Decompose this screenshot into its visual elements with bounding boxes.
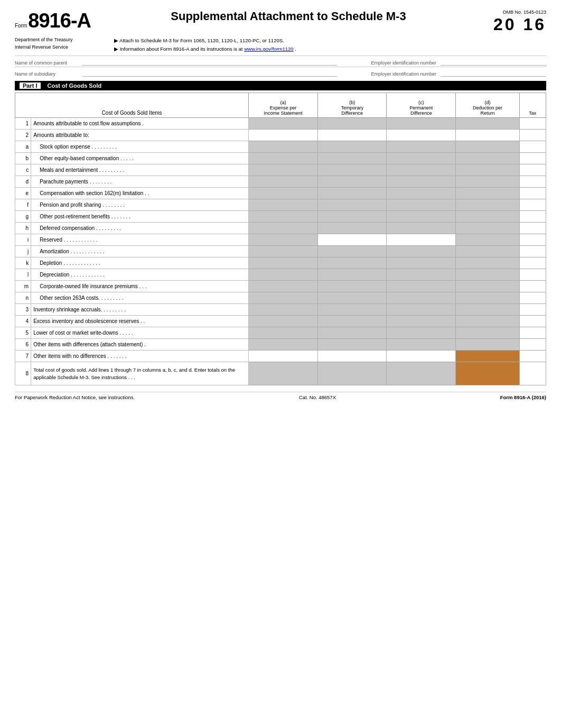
col-d-cell[interactable] [456,130,520,141]
col-tax-cell[interactable] [519,211,546,223]
col-a-cell[interactable] [249,246,318,257]
col-b-cell[interactable] [317,292,387,304]
col-tax-cell[interactable] [519,141,546,153]
col-d-cell[interactable] [456,304,520,316]
col-d-cell[interactable] [456,292,520,304]
col-a-cell[interactable] [249,234,318,246]
col-b-cell[interactable] [317,327,387,339]
col-a-cell[interactable] [249,362,318,385]
col-d-cell[interactable] [456,164,520,176]
col-tax-cell[interactable] [519,362,546,385]
col-a-cell[interactable] [249,211,318,223]
col-tax-cell[interactable] [519,118,546,130]
col-a-cell[interactable] [249,292,318,304]
col-d-cell[interactable] [456,362,520,385]
col-c-cell[interactable] [387,211,456,223]
col-d-cell[interactable] [456,223,520,234]
col-tax-cell[interactable] [519,327,546,339]
col-d-cell[interactable] [456,211,520,223]
col-c-cell[interactable] [387,199,456,211]
col-tax-cell[interactable] [519,199,546,211]
col-a-cell[interactable] [249,281,318,292]
col-tax-cell[interactable] [519,246,546,257]
col-a-cell[interactable] [249,164,318,176]
col-b-cell[interactable] [317,281,387,292]
col-b-cell[interactable] [317,339,387,351]
col-d-cell[interactable] [456,316,520,327]
col-c-cell[interactable] [387,316,456,327]
col-tax-cell[interactable] [519,316,546,327]
col-c-cell[interactable] [387,118,456,130]
col-tax-cell[interactable] [519,351,546,362]
col-tax-cell[interactable] [519,234,546,246]
col-tax-cell[interactable] [519,304,546,316]
name-parent-field[interactable] [82,57,337,66]
col-d-cell[interactable] [456,188,520,199]
col-c-cell[interactable] [387,351,456,362]
col-c-cell[interactable] [387,153,456,164]
name-sub-field[interactable] [82,68,337,77]
col-a-cell[interactable] [249,153,318,164]
col-c-cell[interactable] [387,176,456,188]
col-d-cell[interactable] [456,176,520,188]
col-c-cell[interactable] [387,257,456,269]
col-d-cell[interactable] [456,327,520,339]
col-d-cell[interactable] [456,234,520,246]
col-c-cell[interactable] [387,292,456,304]
col-a-cell[interactable] [249,118,318,130]
col-tax-cell[interactable] [519,188,546,199]
col-a-cell[interactable] [249,188,318,199]
col-c-cell[interactable] [387,362,456,385]
col-b-cell[interactable] [317,234,387,246]
col-b-cell[interactable] [317,176,387,188]
col-tax-cell[interactable] [519,176,546,188]
col-a-cell[interactable] [249,316,318,327]
employer-id-field[interactable] [441,57,546,66]
col-b-cell[interactable] [317,269,387,281]
col-tax-cell[interactable] [519,164,546,176]
col-d-cell[interactable] [456,141,520,153]
col-b-cell[interactable] [317,246,387,257]
col-a-cell[interactable] [249,327,318,339]
col-d-cell[interactable] [456,351,520,362]
col-a-cell[interactable] [249,176,318,188]
col-tax-cell[interactable] [519,269,546,281]
col-tax-cell[interactable] [519,223,546,234]
col-b-cell[interactable] [317,351,387,362]
col-d-cell[interactable] [456,269,520,281]
col-d-cell[interactable] [456,199,520,211]
col-tax-cell[interactable] [519,292,546,304]
col-d-cell[interactable] [456,246,520,257]
col-c-cell[interactable] [387,281,456,292]
col-c-cell[interactable] [387,164,456,176]
col-tax-cell[interactable] [519,257,546,269]
col-b-cell[interactable] [317,304,387,316]
col-a-cell[interactable] [249,339,318,351]
col-c-cell[interactable] [387,141,456,153]
col-a-cell[interactable] [249,130,318,141]
col-a-cell[interactable] [249,257,318,269]
col-b-cell[interactable] [317,257,387,269]
col-d-cell[interactable] [456,153,520,164]
col-b-cell[interactable] [317,223,387,234]
col-d-cell[interactable] [456,257,520,269]
col-b-cell[interactable] [317,211,387,223]
col-c-cell[interactable] [387,188,456,199]
col-b-cell[interactable] [317,199,387,211]
col-tax-cell[interactable] [519,281,546,292]
col-d-cell[interactable] [456,339,520,351]
col-c-cell[interactable] [387,246,456,257]
employer-id2-field[interactable] [441,68,546,77]
col-b-cell[interactable] [317,141,387,153]
col-b-cell[interactable] [317,130,387,141]
col-c-cell[interactable] [387,223,456,234]
col-a-cell[interactable] [249,304,318,316]
col-a-cell[interactable] [249,141,318,153]
col-b-cell[interactable] [317,316,387,327]
col-b-cell[interactable] [317,362,387,385]
col-c-cell[interactable] [387,327,456,339]
col-tax-cell[interactable] [519,153,546,164]
col-b-cell[interactable] [317,118,387,130]
col-c-cell[interactable] [387,339,456,351]
col-tax-cell[interactable] [519,130,546,141]
